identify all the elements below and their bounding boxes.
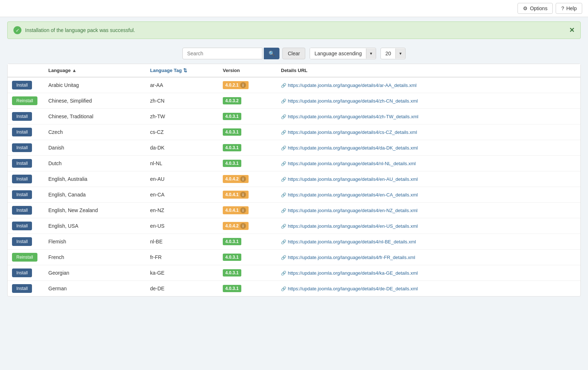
col-header-tag[interactable]: Language Tag ⇅ xyxy=(146,64,218,77)
external-link-icon: 🔗 xyxy=(281,146,286,151)
install-button[interactable]: Install xyxy=(12,128,32,136)
version-badge: 4.0.3.1 xyxy=(223,269,241,276)
search-button[interactable]: 🔍 xyxy=(264,48,279,59)
version-badge: 4.0.3.1 xyxy=(223,113,241,120)
table-row: InstallFlemishnl-BE4.0.3.1🔗https://updat… xyxy=(8,234,580,250)
install-button[interactable]: Install xyxy=(12,190,32,199)
details-link[interactable]: 🔗https://update.joomla.org/language/deta… xyxy=(281,130,417,135)
info-icon[interactable]: i xyxy=(240,82,246,88)
version-badge: 4.0.3.1 xyxy=(223,144,241,151)
version-cell: 4.0.3.1 xyxy=(218,234,277,250)
gear-icon: ⚙ xyxy=(523,5,528,11)
install-button[interactable]: Install xyxy=(12,112,32,121)
table-row: InstallEnglish, USAen-US4.0.4.2i🔗https:/… xyxy=(8,218,580,234)
install-button[interactable]: Install xyxy=(12,268,32,277)
details-link[interactable]: 🔗https://update.joomla.org/language/deta… xyxy=(281,286,418,291)
version-badge: 4.0.3.1 xyxy=(223,285,241,292)
sort-select-label: Language ascending xyxy=(310,48,366,59)
info-icon[interactable]: i xyxy=(240,207,246,213)
details-link[interactable]: 🔗https://update.joomla.org/language/deta… xyxy=(281,270,418,276)
col-header-language: Language ▲ xyxy=(44,64,146,77)
language-name: German xyxy=(44,281,146,297)
version-cell: 4.0.3.1 xyxy=(218,140,277,156)
details-link[interactable]: 🔗https://update.joomla.org/language/deta… xyxy=(281,98,418,104)
col-header-version: Version xyxy=(218,64,277,77)
version-badge: 4.0.3.1 xyxy=(223,160,241,167)
version-cell: 4.0.3.1 xyxy=(218,124,277,140)
details-link[interactable]: 🔗https://update.joomla.org/language/deta… xyxy=(281,223,418,229)
language-name: English, USA xyxy=(44,218,146,234)
install-button[interactable]: Install xyxy=(12,175,32,183)
details-link[interactable]: 🔗https://update.joomla.org/language/deta… xyxy=(281,208,418,213)
language-name: Flemish xyxy=(44,234,146,250)
install-button[interactable]: Install xyxy=(12,237,32,246)
table-row: InstallArabic Unitagar-AA4.0.2.1i🔗https:… xyxy=(8,77,580,93)
help-button[interactable]: ? Help xyxy=(556,3,582,14)
details-url-cell: 🔗https://update.joomla.org/language/deta… xyxy=(277,250,580,265)
details-url-cell: 🔗https://update.joomla.org/language/deta… xyxy=(277,265,580,281)
details-link[interactable]: 🔗https://update.joomla.org/language/deta… xyxy=(281,161,416,166)
version-cell: 4.0.4.1i xyxy=(218,203,277,218)
banner-left: ✓ Installation of the language pack was … xyxy=(13,26,135,34)
language-tag: en-CA xyxy=(146,187,218,203)
install-button[interactable]: Install xyxy=(12,206,32,215)
install-button[interactable]: Install xyxy=(12,159,32,168)
install-button[interactable]: Install xyxy=(12,143,32,152)
info-icon[interactable]: i xyxy=(240,192,246,198)
page-size-chevron-down-icon[interactable]: ▾ xyxy=(395,48,405,59)
details-url-cell: 🔗https://update.joomla.org/language/deta… xyxy=(277,93,580,109)
info-icon[interactable]: i xyxy=(240,223,246,229)
table-row: InstallCzechcs-CZ4.0.3.1🔗https://update.… xyxy=(8,124,580,140)
version-cell: 4.0.3.1 xyxy=(218,156,277,171)
details-url-cell: 🔗https://update.joomla.org/language/deta… xyxy=(277,234,580,250)
table-row: InstallDutchnl-NL4.0.3.1🔗https://update.… xyxy=(8,156,580,171)
page-size-select: 20 ▾ xyxy=(380,48,406,59)
language-tag: cs-CZ xyxy=(146,124,218,140)
page-size-label: 20 xyxy=(381,48,395,59)
details-link[interactable]: 🔗https://update.joomla.org/language/deta… xyxy=(281,192,418,198)
banner-close-button[interactable]: ✕ xyxy=(569,26,575,34)
details-link[interactable]: 🔗https://update.joomla.org/language/deta… xyxy=(281,114,418,119)
details-link[interactable]: 🔗https://update.joomla.org/language/deta… xyxy=(281,83,416,88)
details-url-cell: 🔗https://update.joomla.org/language/deta… xyxy=(277,109,580,124)
details-link[interactable]: 🔗https://update.joomla.org/language/deta… xyxy=(281,145,418,151)
sort-chevron-down-icon[interactable]: ▾ xyxy=(366,48,376,59)
version-badge: 4.0.4.2i xyxy=(223,175,249,183)
success-icon: ✓ xyxy=(13,26,21,34)
external-link-icon: 🔗 xyxy=(281,208,286,213)
language-name: English, New Zealand xyxy=(44,203,146,218)
external-link-icon: 🔗 xyxy=(281,130,286,135)
details-url-cell: 🔗https://update.joomla.org/language/deta… xyxy=(277,281,580,297)
search-input[interactable] xyxy=(182,48,262,59)
table-body: InstallArabic Unitagar-AA4.0.2.1i🔗https:… xyxy=(8,77,580,296)
external-link-icon: 🔗 xyxy=(281,239,286,244)
version-badge: 4.0.3.1 xyxy=(223,128,241,136)
reinstall-button[interactable]: Reinstall xyxy=(12,253,37,262)
reinstall-button[interactable]: Reinstall xyxy=(12,96,37,105)
version-cell: 4.0.4.2i xyxy=(218,171,277,187)
details-url-cell: 🔗https://update.joomla.org/language/deta… xyxy=(277,77,580,93)
external-link-icon: 🔗 xyxy=(281,286,286,291)
toolbar: 🔍 Clear Language ascending ▾ 20 ▾ xyxy=(0,43,588,64)
details-url-cell: 🔗https://update.joomla.org/language/deta… xyxy=(277,140,580,156)
info-icon[interactable]: i xyxy=(240,176,246,182)
details-link[interactable]: 🔗https://update.joomla.org/language/deta… xyxy=(281,239,416,244)
external-link-icon: 🔗 xyxy=(281,114,286,119)
install-button[interactable]: Install xyxy=(12,81,32,89)
language-tag: zh-CN xyxy=(146,93,218,109)
language-name: Georgian xyxy=(44,265,146,281)
language-table: Language ▲ Language Tag ⇅ Version Detail… xyxy=(8,64,580,296)
external-link-icon: 🔗 xyxy=(281,99,286,104)
install-button[interactable]: Install xyxy=(12,284,32,293)
details-link[interactable]: 🔗https://update.joomla.org/language/deta… xyxy=(281,255,415,260)
details-link[interactable]: 🔗https://update.joomla.org/language/deta… xyxy=(281,176,418,182)
external-link-icon: 🔗 xyxy=(281,255,286,260)
options-button[interactable]: ⚙ Options xyxy=(517,3,553,14)
install-button[interactable]: Install xyxy=(12,222,32,230)
language-tag: da-DK xyxy=(146,140,218,156)
language-tag: de-DE xyxy=(146,281,218,297)
language-name: Dutch xyxy=(44,156,146,171)
table-row: ReinstallFrenchfr-FR4.0.3.1🔗https://upda… xyxy=(8,250,580,265)
clear-button[interactable]: Clear xyxy=(282,48,305,59)
language-name: English, Canada xyxy=(44,187,146,203)
